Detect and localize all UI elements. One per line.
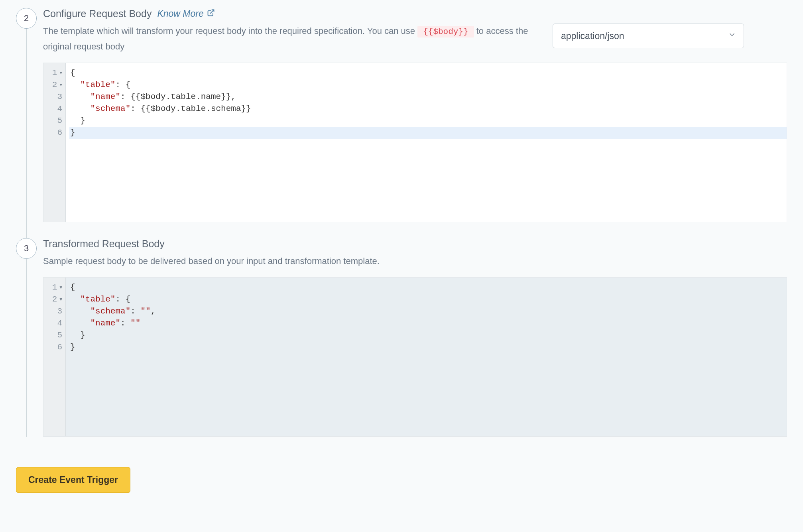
step-number-badge: 3 xyxy=(16,238,37,259)
step-number: 3 xyxy=(24,243,29,254)
line-number: 6 xyxy=(49,341,62,353)
line-number: 2▼ xyxy=(49,79,62,91)
step-title: Transformed Request Body xyxy=(43,238,165,250)
fold-toggle-icon[interactable]: ▼ xyxy=(59,294,62,305)
content-type-value: application/json xyxy=(561,31,624,41)
know-more-text: Know More xyxy=(157,8,203,19)
editor-gutter: 1▼2▼3456 xyxy=(43,63,66,222)
content-type-select[interactable]: application/json xyxy=(553,24,744,48)
step-number: 2 xyxy=(24,13,29,24)
code-line[interactable]: "schema": {{$body.table.schema}} xyxy=(69,103,787,115)
step-title: Configure Request Body xyxy=(43,8,152,20)
svg-line-0 xyxy=(210,10,214,14)
line-number: 2▼ xyxy=(49,294,62,305)
fold-toggle-icon[interactable]: ▼ xyxy=(59,282,62,294)
code-line[interactable]: } xyxy=(69,127,787,139)
step-description: Sample request body to be delivered base… xyxy=(43,254,541,268)
line-number: 5 xyxy=(49,329,62,341)
step-transformed-request-body: 3 Transformed Request Body Sample reques… xyxy=(43,238,787,437)
line-number: 4 xyxy=(49,317,62,329)
step-header: Configure Request Body Know More xyxy=(43,8,787,20)
know-more-link[interactable]: Know More xyxy=(157,8,215,19)
code-line[interactable]: "table": { xyxy=(69,79,787,91)
line-number: 3 xyxy=(49,91,62,103)
line-number: 6 xyxy=(49,127,62,139)
code-line[interactable]: { xyxy=(69,67,787,79)
request-body-template-editor[interactable]: 1▼2▼3456 { "table": { "name": {{$body.ta… xyxy=(43,63,787,222)
line-number: 1▼ xyxy=(49,67,62,79)
external-link-icon xyxy=(207,8,215,19)
create-event-trigger-button[interactable]: Create Event Trigger xyxy=(16,467,130,493)
step-configure-request-body: 2 Configure Request Body Know More The t… xyxy=(43,8,787,222)
editor-body: { "table": { "schema": "", "name": "" }} xyxy=(66,278,787,436)
inline-code-body-var: {{$body}} xyxy=(417,26,474,37)
transformed-body-preview: 1▼2▼3456 { "table": { "schema": "", "nam… xyxy=(43,277,787,437)
code-line[interactable]: } xyxy=(69,341,787,353)
step-header: Transformed Request Body xyxy=(43,238,787,250)
line-number: 4 xyxy=(49,103,62,115)
step-number-badge: 2 xyxy=(16,8,37,29)
desc-prefix: The template which will transform your r… xyxy=(43,26,417,36)
editor-gutter: 1▼2▼3456 xyxy=(43,278,66,436)
code-line[interactable]: "name": {{$body.table.name}}, xyxy=(69,91,787,103)
line-number: 5 xyxy=(49,115,62,127)
step-description: The template which will transform your r… xyxy=(43,24,541,54)
code-line[interactable]: } xyxy=(69,115,787,127)
code-line[interactable]: "name": "" xyxy=(69,317,787,329)
code-line[interactable]: { xyxy=(69,282,787,294)
line-number: 1▼ xyxy=(49,282,62,294)
line-number: 3 xyxy=(49,305,62,317)
code-line[interactable]: } xyxy=(69,329,787,341)
code-line[interactable]: "table": { xyxy=(69,294,787,305)
editor-body[interactable]: { "table": { "name": {{$body.table.name}… xyxy=(66,63,787,222)
fold-toggle-icon[interactable]: ▼ xyxy=(59,79,62,91)
fold-toggle-icon[interactable]: ▼ xyxy=(59,67,62,79)
code-line[interactable]: "schema": "", xyxy=(69,305,787,317)
